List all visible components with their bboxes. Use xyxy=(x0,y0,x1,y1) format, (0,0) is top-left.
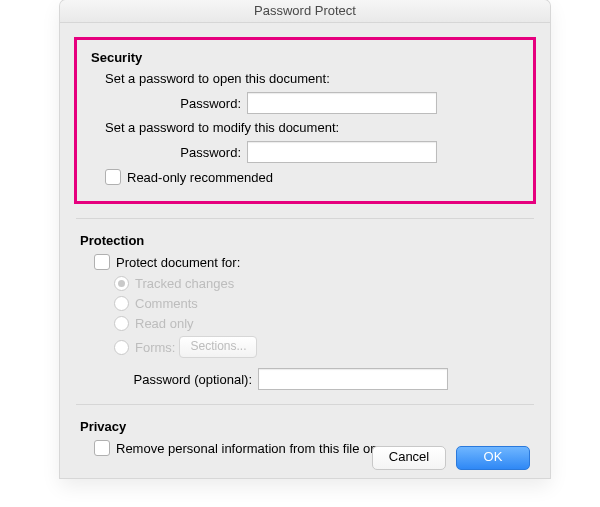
radio-read-only xyxy=(114,316,129,331)
modify-password-description: Set a password to modify this document: xyxy=(91,120,519,135)
radio-forms xyxy=(114,340,129,355)
password-label: Password: xyxy=(91,96,247,111)
protect-document-checkbox[interactable] xyxy=(94,254,110,270)
separator-1 xyxy=(76,218,534,219)
protection-heading: Protection xyxy=(80,233,530,248)
sections-button: Sections... xyxy=(179,336,257,358)
window-titlebar: Password Protect xyxy=(60,0,550,23)
dialog-content: Security Set a password to open this doc… xyxy=(60,23,550,476)
protection-password-input[interactable] xyxy=(258,368,448,390)
radio-forms-row: Forms: Sections... xyxy=(114,336,530,358)
protect-document-label: Protect document for: xyxy=(116,255,240,270)
radio-comments-row: Comments xyxy=(114,296,530,311)
separator-2 xyxy=(76,404,534,405)
radio-forms-label: Forms: xyxy=(135,340,175,355)
dialog-footer: Cancel OK xyxy=(372,446,530,470)
readonly-recommended-checkbox[interactable] xyxy=(105,169,121,185)
modify-password-input[interactable] xyxy=(247,141,437,163)
radio-comments xyxy=(114,296,129,311)
remove-personal-info-label: Remove personal information from this fi… xyxy=(116,441,409,456)
open-password-row: Password: xyxy=(91,92,519,114)
open-password-label: Set a password to open this document: xyxy=(105,71,330,86)
open-password-description: Set a password to open this document: xyxy=(91,71,519,86)
password-label-2: Password: xyxy=(91,145,247,160)
radio-tracked-row: Tracked changes xyxy=(114,276,530,291)
ok-button[interactable]: OK xyxy=(456,446,530,470)
privacy-heading: Privacy xyxy=(80,419,530,434)
readonly-recommended-label: Read-only recommended xyxy=(127,170,273,185)
security-section-highlight: Security Set a password to open this doc… xyxy=(74,37,536,204)
protect-document-row[interactable]: Protect document for: xyxy=(80,254,530,270)
protect-radio-group: Tracked changes Comments Read only Forms… xyxy=(80,276,530,358)
open-password-input[interactable] xyxy=(247,92,437,114)
protection-password-label: Password (optional): xyxy=(94,372,258,387)
password-protect-dialog: Password Protect Security Set a password… xyxy=(60,0,550,478)
window-title: Password Protect xyxy=(254,3,356,18)
radio-readonly-row: Read only xyxy=(114,316,530,331)
modify-password-row: Password: xyxy=(91,141,519,163)
security-heading: Security xyxy=(91,50,519,65)
radio-readonly-label: Read only xyxy=(135,316,194,331)
protection-password-row: Password (optional): xyxy=(80,368,530,390)
cancel-button[interactable]: Cancel xyxy=(372,446,446,470)
radio-tracked-label: Tracked changes xyxy=(135,276,234,291)
remove-personal-info-checkbox[interactable] xyxy=(94,440,110,456)
radio-tracked-changes xyxy=(114,276,129,291)
modify-password-label: Set a password to modify this document: xyxy=(105,120,339,135)
readonly-recommended-row[interactable]: Read-only recommended xyxy=(91,169,519,185)
radio-comments-label: Comments xyxy=(135,296,198,311)
